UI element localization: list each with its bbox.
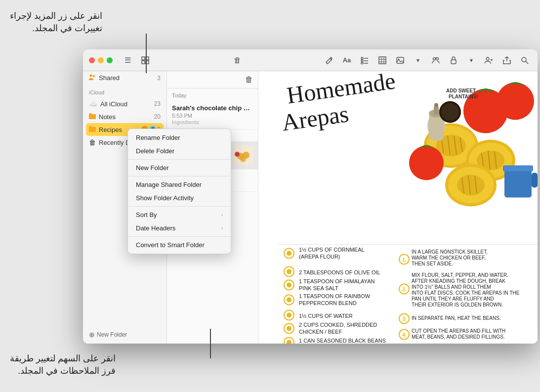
context-menu-manage-shared[interactable]: Manage Shared Folder [128, 178, 231, 191]
annotation-bottom-line1: انقر على السهم لتغيير طريقة [10, 353, 116, 363]
collaboration-icon[interactable] [429, 53, 443, 67]
notes-list-delete-icon[interactable]: 🗑 [245, 75, 253, 84]
context-menu-divider-2 [128, 176, 231, 176]
svg-rect-10 [379, 57, 386, 64]
search-icon[interactable] [518, 53, 532, 67]
note-item-cookies[interactable]: Sarah's chocolate chip cookies 5:53 PM I… [167, 100, 258, 130]
svg-rect-2 [142, 61, 145, 64]
svg-text:INTO 1½" BALLS AND ROLL THEM: INTO 1½" BALLS AND ROLL THEM [412, 284, 491, 290]
annotation-top-line1: انقر على زر المزيد لإجراء [10, 11, 102, 21]
svg-text:INTO FLAT DISCS. COOK THE AREP: INTO FLAT DISCS. COOK THE AREPAS IN THE [412, 290, 520, 296]
list-view-icon[interactable]: ☰ [121, 53, 134, 67]
svg-rect-56 [532, 173, 538, 188]
svg-point-23 [90, 75, 92, 77]
table-icon[interactable] [375, 53, 389, 67]
lock-dropdown-icon[interactable]: ▾ [464, 53, 478, 67]
new-folder-button[interactable]: ⊕ New Folder [83, 326, 166, 344]
people-icon[interactable] [482, 53, 496, 67]
svg-point-62 [434, 103, 438, 107]
svg-text:MEAT, BEANS, AND DESIRED FILLI: MEAT, BEANS, AND DESIRED FILLINGS. [412, 334, 505, 340]
compose-icon[interactable] [322, 53, 336, 67]
share-icon[interactable] [500, 53, 514, 67]
grid-view-icon[interactable] [138, 53, 152, 67]
context-menu-divider-3 [128, 206, 231, 207]
svg-rect-54 [504, 168, 532, 198]
svg-text:PAN UNTIL THEY ARE FLUFFY AND: PAN UNTIL THEY ARE FLUFFY AND [412, 296, 494, 302]
recipes-folder-icon [89, 126, 96, 133]
annotation-top-line2: تغييرات في المجلد. [32, 23, 102, 33]
new-folder-plus-icon: ⊕ [89, 331, 95, 339]
svg-point-6 [361, 60, 363, 62]
note-arepas-thumbnail [233, 145, 253, 165]
maximize-button[interactable] [107, 57, 113, 63]
svg-text:AFTER KNEADING THE DOUGH, BREA: AFTER KNEADING THE DOUGH, BREAK [412, 278, 505, 284]
toolbar: ☰ 🗑 Aa ▾ ▾ [83, 49, 538, 71]
context-menu-show-activity[interactable]: Show Folder Activity [128, 191, 231, 205]
notes-folder-icon [89, 113, 96, 121]
context-menu-divider-1 [128, 159, 231, 160]
traffic-lights [89, 57, 113, 63]
svg-point-8 [361, 62, 363, 64]
context-menu-convert-smart[interactable]: Convert to Smart Folder [128, 238, 231, 252]
svg-text:(AREPA FLOUR): (AREPA FLOUR) [299, 254, 340, 260]
svg-text:CUT OPEN THE AREPAS AND FILL W: CUT OPEN THE AREPAS AND FILL WITH [412, 328, 505, 334]
context-menu-date-headers-label: Date Headers [136, 224, 175, 232]
svg-point-4 [361, 57, 363, 59]
svg-point-74 [287, 269, 291, 274]
svg-text:MIX FLOUR, SALT, PEPPER, AND W: MIX FLOUR, SALT, PEPPER, AND WATER. [412, 272, 508, 278]
notes-list-toolbar: 🗑 [167, 71, 258, 88]
close-button[interactable] [89, 57, 95, 63]
image-icon[interactable] [393, 53, 407, 67]
sidebar-item-shared-label: Shared [99, 74, 154, 82]
checklist-icon[interactable] [358, 53, 372, 67]
font-icon[interactable]: Aa [340, 53, 354, 67]
svg-text:IN SEPARATE PAN, HEAT THE BEAN: IN SEPARATE PAN, HEAT THE BEANS. [412, 315, 501, 321]
trash-icon: 🗑 [89, 138, 96, 146]
svg-point-24 [93, 75, 95, 77]
svg-rect-55 [503, 166, 533, 172]
lock-icon[interactable] [447, 53, 460, 67]
sidebar-item-shared-count: 3 [157, 75, 161, 82]
note-cookies-preview: Ingredients: [172, 119, 253, 125]
svg-point-77 [287, 283, 291, 288]
svg-text:1 CAN SEASONED BLACK BEANS: 1 CAN SEASONED BLACK BEANS [299, 338, 386, 344]
sidebar-item-allicloud-label: All iCloud [100, 100, 151, 108]
more-image-icon[interactable]: ▾ [411, 53, 425, 67]
recipe-illustration: Homemade Arepas ADD SWEET PLANTAINS! 1½ … [258, 71, 538, 344]
minimize-button[interactable] [98, 57, 104, 63]
context-menu-sort-by[interactable]: Sort By › [128, 208, 231, 221]
svg-rect-19 [451, 60, 456, 64]
all-icloud-icon: ☁️ [89, 100, 97, 108]
pointer-line-top [146, 34, 147, 73]
pointer-line-bottom [210, 329, 211, 358]
svg-text:1½ CUPS OF WATER: 1½ CUPS OF WATER [299, 313, 353, 319]
svg-text:1½ CUPS OF CORNMEAL: 1½ CUPS OF CORNMEAL [299, 247, 365, 253]
context-menu: Rename Folder Delete Folder New Folder M… [127, 129, 231, 254]
svg-rect-15 [397, 57, 404, 63]
delete-icon[interactable]: 🗑 [230, 53, 244, 67]
svg-point-18 [436, 57, 439, 60]
svg-text:WARM THE CHICKEN OR BEEF,: WARM THE CHICKEN OR BEEF, [412, 255, 486, 261]
svg-text:IN A LARGE NONSTICK SKILLET,: IN A LARGE NONSTICK SKILLET, [412, 249, 488, 255]
context-menu-rename-folder[interactable]: Rename Folder [128, 131, 231, 144]
svg-text:2.: 2. [402, 286, 407, 292]
svg-text:2 CUPS COOKED, SHREDDED: 2 CUPS COOKED, SHREDDED [299, 322, 377, 328]
note-cookies-title: Sarah's chocolate chip cookies [172, 104, 253, 112]
today-header: Today [167, 88, 258, 100]
context-menu-new-folder[interactable]: New Folder [128, 161, 231, 174]
annotation-bottom-line2: فرز الملاحظات في المجلد. [18, 366, 116, 376]
new-folder-label: New Folder [97, 331, 127, 338]
svg-text:1 TEASPOON OF RAINBOW: 1 TEASPOON OF RAINBOW [299, 293, 371, 299]
svg-text:1.: 1. [402, 257, 407, 262]
sidebar-item-notes[interactable]: Notes 20 [83, 110, 166, 123]
sidebar-item-all-icloud[interactable]: ☁️ All iCloud 23 [83, 97, 166, 110]
svg-line-22 [526, 61, 528, 64]
context-menu-delete-folder[interactable]: Delete Folder [128, 144, 231, 158]
svg-rect-61 [434, 106, 439, 115]
context-menu-sort-by-label: Sort By [136, 211, 157, 218]
svg-text:ADD SWEET: ADD SWEET [446, 88, 476, 93]
context-menu-date-headers[interactable]: Date Headers › [128, 221, 231, 235]
sidebar-item-shared[interactable]: Shared 3 [83, 71, 166, 85]
svg-point-34 [497, 83, 534, 120]
svg-point-85 [287, 313, 291, 318]
